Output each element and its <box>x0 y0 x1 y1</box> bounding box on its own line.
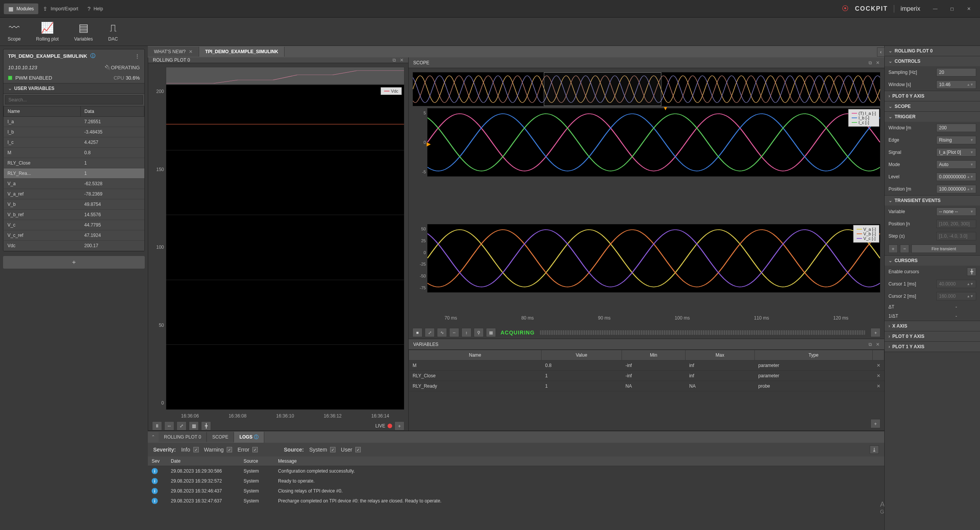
tool-rolling[interactable]: 📈Rolling plot <box>36 21 59 42</box>
rolling-overview[interactable] <box>166 67 404 85</box>
import-export-button[interactable]: ⇪Import/Export <box>38 3 83 14</box>
table-row[interactable]: I_a7.26551 <box>4 117 144 127</box>
fit-y-button[interactable]: ↕ <box>461 328 471 337</box>
col-type[interactable]: Type <box>754 350 872 360</box>
rp-rolling-header[interactable]: ROLLING PLOT 0 <box>885 46 980 56</box>
delete-row-button[interactable]: ✕ <box>873 381 884 391</box>
cursor2-input[interactable]: 160.000▲▼ <box>936 292 976 300</box>
position-input[interactable]: 100.0000000▲▼ <box>936 185 976 193</box>
window-input[interactable]: 10.46▲▼ <box>936 80 976 89</box>
rp-controls-header[interactable]: CONTROLS <box>885 56 980 66</box>
edge-select[interactable]: Rising▼ <box>936 136 976 144</box>
fire-transient-button[interactable]: Fire transient <box>911 245 976 253</box>
table-row[interactable]: V_a_ref-78.2369 <box>4 189 144 199</box>
col-message[interactable]: Message <box>274 457 884 466</box>
col-max[interactable]: Max <box>686 350 754 360</box>
rp-xaxis-header[interactable]: X AXIS <box>885 321 980 331</box>
scope-plot-0[interactable]: ▼ ▶ 50-5 (T) I_a [-]I_b [-]I_c [-] <box>427 108 880 177</box>
add-variable[interactable]: ＋ <box>3 256 145 269</box>
zoom-button[interactable]: ∿ <box>437 328 447 337</box>
rp-scope-header[interactable]: SCOPE <box>885 101 980 111</box>
fit-x-button[interactable]: ↔ <box>164 421 174 431</box>
user-variables-header[interactable]: USER VARIABLES <box>3 83 144 94</box>
undock-icon[interactable]: ⧉ <box>869 60 872 65</box>
rp-p1y-header[interactable]: PLOT 1 Y AXIS <box>885 342 980 352</box>
level-input[interactable]: 0.000000000▲▼ <box>936 173 976 181</box>
fit-button[interactable]: ⤢ <box>425 328 435 337</box>
rolling-chart[interactable]: Vdc 200150100500 16:36:0616:36:0816:36:1… <box>166 85 404 410</box>
table-row[interactable]: M0.8 <box>4 148 144 158</box>
window-minimize[interactable]: — <box>928 3 942 14</box>
signal-select[interactable]: I_a [Plot 0]▼ <box>936 148 976 157</box>
enable-cursors-toggle[interactable]: ╋ <box>967 267 976 276</box>
close-icon[interactable]: ✕ <box>876 60 880 65</box>
filter-system-check[interactable]: ✓ <box>330 447 335 452</box>
cursor1-input[interactable]: 40.0000▲▼ <box>936 280 976 288</box>
settings-button[interactable]: ▦ <box>486 328 496 337</box>
tvar-select[interactable]: -- none --▼ <box>936 207 976 216</box>
close-icon[interactable]: ✕ <box>876 342 880 347</box>
search-input[interactable] <box>5 95 143 104</box>
undock-icon[interactable]: ⧉ <box>393 57 396 63</box>
grid-button[interactable]: ▦ <box>189 421 199 431</box>
trigger-button[interactable]: ⚲ <box>474 328 484 337</box>
add-plot-button[interactable]: ＋ <box>870 328 880 337</box>
close-icon[interactable]: ✕ <box>400 57 404 63</box>
modules-button[interactable]: ▦Modules <box>4 3 38 14</box>
rp-trigger-header[interactable]: TRIGGER <box>885 112 980 122</box>
filter-user-check[interactable]: ✓ <box>355 447 361 452</box>
col-value[interactable]: Value <box>542 350 622 360</box>
table-row[interactable]: I_c4.4257 <box>4 137 144 148</box>
table-row[interactable]: V_a-62.5328 <box>4 179 144 189</box>
cursor-button[interactable]: ╋ <box>201 421 211 431</box>
rp-transient-header[interactable]: TRANSIENT EVENTS <box>885 196 980 205</box>
rp-cursors-header[interactable]: CURSORS <box>885 256 980 266</box>
table-row[interactable]: V_b49.8754 <box>4 199 144 210</box>
help-button[interactable]: ?Help <box>83 3 107 14</box>
col-name[interactable]: Name <box>4 106 81 117</box>
table-row[interactable]: V_b_ref14.5576 <box>4 210 144 220</box>
col-sev[interactable]: Sev <box>148 457 167 466</box>
table-row[interactable]: M0.8-infinfparameter✕ <box>409 360 884 371</box>
rp-plot0y-header[interactable]: PLOT 0 Y AXIS <box>885 91 980 101</box>
table-row[interactable]: RLY_Close1 <box>4 158 144 168</box>
tab-scope[interactable]: SCOPE <box>207 432 234 442</box>
collapse-right-button[interactable]: ‹ <box>877 47 885 57</box>
info-icon[interactable]: ⓘ <box>90 52 95 59</box>
sampling-input[interactable]: 20 <box>936 68 976 77</box>
export-logs-button[interactable]: ⤓ <box>870 445 879 454</box>
delete-row-button[interactable]: ✕ <box>873 360 884 371</box>
collapse-button[interactable]: ⌃ <box>148 432 159 442</box>
transient-add-button[interactable]: ＋ <box>888 245 898 253</box>
pause-button[interactable]: ⏸ <box>152 421 162 431</box>
project-menu[interactable]: ⋮ <box>135 53 140 59</box>
rp-p0y-header[interactable]: PLOT 0 Y AXIS <box>885 331 980 341</box>
tab-rolling-plot[interactable]: ROLLING PLOT 0 <box>159 432 207 442</box>
table-row[interactable]: RLY_Ready1NANAprobe✕ <box>409 381 884 391</box>
fit-y-button[interactable]: ⤢ <box>177 421 187 431</box>
close-icon[interactable]: ✕ <box>189 49 193 54</box>
table-row[interactable]: RLY_Close1-infinfparameter✕ <box>409 371 884 381</box>
table-row[interactable]: V_c_ref47.1924 <box>4 230 144 241</box>
tool-dac[interactable]: ⎍DAC <box>108 22 118 42</box>
tab-main[interactable]: TPI_DEMO_EXAMPLE_SIMULINK <box>199 47 285 57</box>
window-close[interactable]: ✕ <box>962 3 976 14</box>
table-row[interactable]: I_b-3.48435 <box>4 127 144 137</box>
tool-scope[interactable]: 〰Scope <box>8 21 21 42</box>
delete-row-button[interactable]: ✕ <box>873 371 884 381</box>
window-maximize[interactable]: ◻ <box>945 3 959 14</box>
filter-warning-check[interactable]: ✓ <box>227 447 232 452</box>
col-name[interactable]: Name <box>409 350 542 360</box>
col-data[interactable]: Data <box>80 106 144 117</box>
trigger-window-input[interactable]: 200 <box>936 124 976 132</box>
mode-select[interactable]: Auto▼ <box>936 160 976 169</box>
add-plot-button[interactable]: ＋ <box>394 421 404 431</box>
tab-logs[interactable]: LOGS ⓘ <box>234 432 264 443</box>
scope-overview[interactable] <box>412 72 880 106</box>
table-row[interactable]: RLY_Rea...1 <box>4 168 144 179</box>
col-date[interactable]: Date <box>167 457 240 466</box>
tstep-input[interactable]: [1.0, -4.0, 3.0] <box>936 232 976 240</box>
fit-x-button[interactable]: ↔ <box>449 328 459 337</box>
table-row[interactable]: V_c44.7795 <box>4 220 144 230</box>
stop-button[interactable]: ■ <box>412 328 422 337</box>
